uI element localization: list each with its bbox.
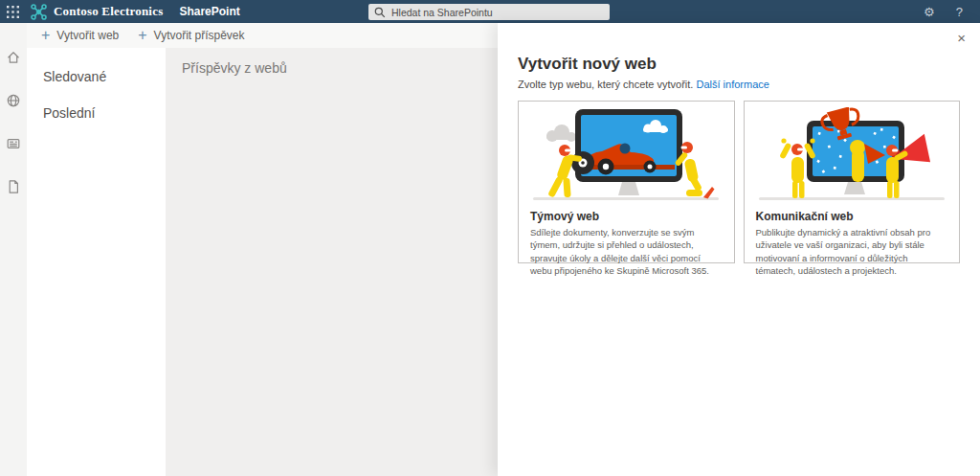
left-nav: Sledované Poslední bbox=[27, 48, 166, 476]
create-post-button[interactable]: + Vytvořit příspěvek bbox=[138, 29, 244, 42]
nav-item-followed[interactable]: Sledované bbox=[43, 69, 166, 84]
panel-subtitle-text: Zvolte typ webu, který chcete vytvořit. bbox=[518, 79, 693, 90]
app-name-sharepoint[interactable]: SharePoint bbox=[179, 5, 239, 18]
communication-site-title: Komunikační web bbox=[756, 210, 948, 223]
panel-subtitle: Zvolte typ webu, který chcete vytvořit. … bbox=[518, 79, 960, 90]
settings-gear-icon[interactable]: ⚙ bbox=[924, 6, 935, 18]
suite-bar: Contoso Electronics SharePoint ⚙ ? bbox=[0, 0, 980, 23]
news-icon[interactable] bbox=[6, 136, 21, 151]
communication-site-illustration bbox=[745, 102, 960, 203]
news-feed-area: Příspěvky z webů bbox=[166, 48, 498, 476]
create-site-label: Vytvořit web bbox=[56, 29, 119, 42]
gray-cloud bbox=[546, 125, 577, 142]
learn-more-link[interactable]: Další informace bbox=[696, 79, 768, 90]
app-launcher-waffle-icon[interactable] bbox=[0, 0, 25, 23]
communication-site-card[interactable]: Komunikační web Publikujte dynamický a a… bbox=[744, 101, 961, 263]
red-tool bbox=[703, 187, 715, 199]
monitor-stand bbox=[618, 182, 639, 195]
search-box[interactable] bbox=[368, 4, 610, 20]
team-site-description: Sdílejte dokumenty, konverzujte se svým … bbox=[530, 226, 723, 278]
suite-actions: ⚙ ? bbox=[924, 0, 963, 23]
news-feed-heading: Příspěvky z webů bbox=[182, 60, 498, 76]
create-site-button[interactable]: + Vytvořit web bbox=[41, 29, 119, 42]
plus-icon: + bbox=[138, 30, 146, 41]
home-icon[interactable] bbox=[6, 50, 21, 65]
brand-home-link[interactable]: Contoso Electronics bbox=[31, 4, 163, 20]
nav-item-recent[interactable]: Poslední bbox=[43, 105, 166, 121]
waffle-icon bbox=[7, 6, 19, 18]
team-site-illustration bbox=[519, 102, 734, 203]
left-app-rail bbox=[0, 23, 27, 476]
monitor-stand bbox=[844, 182, 865, 194]
spare-tire bbox=[571, 151, 594, 174]
team-site-card[interactable]: Týmový web Sdílejte dokumenty, konverzuj… bbox=[518, 101, 735, 263]
search-icon bbox=[374, 7, 386, 18]
search-input[interactable] bbox=[391, 7, 604, 18]
company-name: Contoso Electronics bbox=[54, 4, 163, 19]
page-icon[interactable] bbox=[6, 179, 21, 194]
site-type-cards: Týmový web Sdílejte dokumenty, konverzuj… bbox=[518, 101, 960, 263]
plus-icon: + bbox=[41, 30, 50, 41]
close-icon[interactable]: × bbox=[955, 29, 968, 47]
create-site-panel: × Vytvořit nový web Zvolte typ webu, kte… bbox=[498, 23, 980, 476]
create-post-label: Vytvořit příspěvek bbox=[154, 29, 245, 42]
help-icon[interactable]: ? bbox=[956, 6, 963, 18]
team-site-title: Týmový web bbox=[530, 210, 723, 223]
globe-icon[interactable] bbox=[6, 93, 21, 108]
panel-title: Vytvořit nový web bbox=[518, 55, 960, 74]
contoso-logo-icon bbox=[31, 4, 47, 20]
communication-site-description: Publikujte dynamický a atraktivní obsah … bbox=[756, 226, 948, 278]
